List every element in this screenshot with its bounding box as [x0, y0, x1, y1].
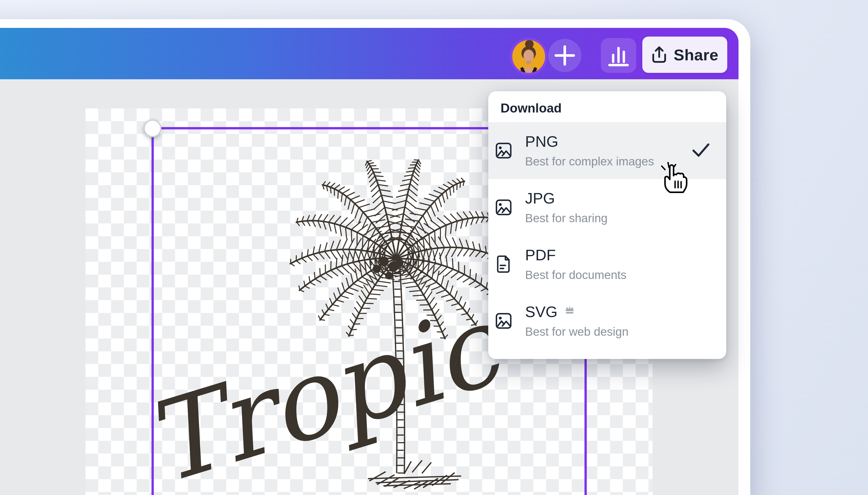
download-option-svg[interactable]: SVG Best for web design: [488, 292, 726, 349]
image-icon: [495, 199, 512, 216]
avatar[interactable]: [510, 38, 547, 75]
download-menu: Download PNG Best for complex images: [488, 91, 726, 359]
bar-chart-icon: [606, 43, 631, 68]
option-description: Best for documents: [525, 269, 626, 281]
share-button[interactable]: Share: [642, 37, 727, 73]
click-cursor-icon: [661, 160, 691, 194]
premium-crown-icon: [564, 305, 575, 315]
option-label: SVG: [525, 304, 558, 320]
download-menu-title: Download: [501, 101, 562, 116]
download-menu-header: Download: [488, 91, 726, 122]
share-button-label: Share: [674, 46, 719, 64]
image-icon: [495, 142, 512, 159]
option-description: Best for complex images: [525, 155, 654, 168]
option-label: JPG: [525, 190, 555, 207]
plus-icon: [550, 40, 580, 71]
avatar-photo: [512, 40, 545, 73]
insights-button[interactable]: [601, 38, 636, 73]
option-label: PDF: [525, 247, 556, 263]
selection-corner-handle[interactable]: [144, 119, 162, 137]
add-design-button[interactable]: [548, 39, 582, 72]
option-description: Best for sharing: [525, 212, 607, 224]
option-description: Best for web design: [525, 325, 628, 338]
upload-icon: [651, 46, 667, 64]
selection-border-left: [151, 127, 154, 495]
option-label: PNG: [525, 134, 558, 150]
document-icon: [495, 255, 512, 273]
check-icon: [692, 143, 710, 157]
download-option-pdf[interactable]: PDF Best for documents: [488, 236, 726, 292]
image-icon: [495, 312, 512, 329]
